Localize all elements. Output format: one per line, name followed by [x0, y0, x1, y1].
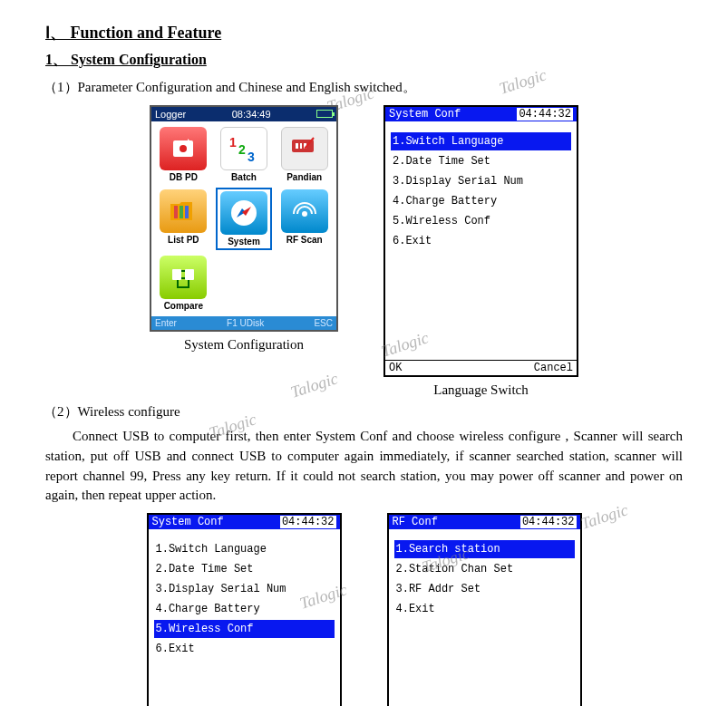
rfconf-menu: 1.Search station 2.Station Chan Set 3.RF… [389, 529, 580, 706]
section-body-2: Connect USB to computer first, then ente… [45, 427, 683, 506]
system-icon [220, 191, 267, 235]
svg-text:1: 1 [229, 135, 237, 150]
home-item-pandian[interactable]: Pandian [276, 125, 333, 184]
svg-point-11 [302, 211, 307, 217]
menu-item-exit[interactable]: 6.Exit [391, 232, 571, 250]
menu-item-serial-num[interactable]: 3.Display Serial Num [391, 172, 571, 190]
home-foot-esc[interactable]: ESC [314, 318, 333, 328]
home-item-label: Pandian [286, 172, 322, 182]
home-foot-f1[interactable]: F1 UDisk [227, 318, 264, 328]
rfscan-icon [281, 189, 328, 233]
ok-button[interactable]: OK [389, 362, 402, 374]
home-item-rfscan[interactable]: RF Scan [276, 188, 333, 250]
menu-item-charge-battery[interactable]: 4.Charge Battery [391, 192, 571, 210]
home-time: 08:34:49 [232, 109, 271, 120]
pandian-icon [281, 127, 328, 170]
home-item-label: Compare [164, 301, 203, 311]
sysconf-caption: Language Switch [383, 382, 578, 398]
sysconf-screen: System Conf 04:44:32 1.Switch Language 2… [383, 105, 578, 377]
menu-item-charge-battery[interactable]: 4.Charge Battery [154, 600, 335, 618]
sysconf2-title: System Conf [152, 516, 224, 528]
rfconf-title-bar: RF Conf 04:44:32 [389, 515, 580, 529]
menu-item-wireless-conf[interactable]: 5.Wireless Conf [391, 212, 571, 230]
section-heading: 1、 System Configuration [45, 51, 683, 70]
home-item-listpd[interactable]: List PD [155, 188, 212, 250]
menu-item-exit[interactable]: 6.Exit [154, 640, 335, 658]
dbpd-icon [160, 127, 207, 170]
sysconf-figure: System Conf 04:44:32 1.Switch Language 2… [383, 105, 578, 398]
home-item-system[interactable]: System [216, 188, 273, 250]
home-foot-enter[interactable]: Enter [155, 318, 177, 328]
rfconf-screen: RF Conf 04:44:32 1.Search station 2.Stat… [387, 513, 582, 706]
rfconf-title: RF Conf [393, 516, 438, 528]
home-item-compare[interactable]: Compare [155, 254, 212, 313]
menu-item-switch-language[interactable]: 1.Switch Language [154, 540, 335, 558]
listpd-icon [160, 189, 207, 233]
sysconf-menu: 1.Switch Language 2.Date Time Set 3.Disp… [385, 121, 577, 360]
home-item-label: Batch [231, 172, 257, 182]
battery-icon [316, 110, 333, 118]
sysconf2-menu: 1.Switch Language 2.Date Time Set 3.Disp… [149, 529, 340, 706]
home-item-label: RF Scan [286, 235, 323, 245]
menu-item-date-time[interactable]: 2.Date Time Set [391, 152, 571, 170]
menu-item-exit[interactable]: 4.Exit [394, 600, 575, 618]
home-screen-figure: Logger 08:34:49 DB PD 123 Batch [150, 105, 338, 353]
sysconf-title-bar: System Conf 04:44:32 [385, 107, 577, 121]
menu-item-date-time[interactable]: 2.Date Time Set [154, 560, 335, 578]
home-item-label: System [228, 237, 260, 247]
figure-row-2: System Conf 04:44:32 1.Switch Language 2… [36, 513, 692, 706]
rfconf-time: 04:44:32 [520, 516, 577, 528]
menu-item-serial-num[interactable]: 3.Display Serial Num [154, 580, 335, 598]
menu-item-switch-language[interactable]: 1.Switch Language [391, 132, 571, 150]
cancel-button[interactable]: Cancel [534, 362, 573, 374]
home-screen: Logger 08:34:49 DB PD 123 Batch [150, 105, 338, 332]
section-item-2: （2）Wireless configure [44, 401, 684, 422]
menu-item-search-station[interactable]: 1.Search station [394, 540, 575, 558]
menu-item-station-chan-set[interactable]: 2.Station Chan Set [394, 560, 575, 578]
sysconf2-screen: System Conf 04:44:32 1.Switch Language 2… [147, 513, 342, 706]
section-item-1: （1）Parameter Configuration and Chinese a… [44, 77, 684, 98]
page-title: Ⅰ、 Function and Feature [45, 22, 683, 44]
svg-point-1 [180, 145, 187, 152]
sysconf2-time: 04:44:32 [280, 516, 336, 528]
figure-row-1: Logger 08:34:49 DB PD 123 Batch [36, 105, 692, 398]
sysconf2-title-bar: System Conf 04:44:32 [149, 515, 340, 529]
home-item-label: DB PD [170, 172, 198, 182]
svg-rect-12 [172, 269, 181, 280]
home-footer: Enter F1 UDisk ESC [151, 316, 336, 330]
svg-rect-6 [296, 143, 298, 149]
home-item-label: List PD [168, 235, 199, 245]
svg-text:3: 3 [248, 150, 255, 164]
menu-item-rf-addr-set[interactable]: 3.RF Addr Set [394, 580, 575, 598]
home-logger-label: Logger [155, 109, 186, 120]
sysconf-footer: OK Cancel [385, 360, 577, 375]
compare-icon [160, 256, 207, 299]
svg-rect-7 [300, 143, 302, 149]
home-grid: DB PD 123 Batch Pandian [151, 121, 336, 316]
home-status-bar: Logger 08:34:49 [151, 107, 336, 121]
home-item-dbpd[interactable]: DB PD [155, 125, 212, 184]
sysconf-title: System Conf [389, 108, 461, 121]
menu-item-wireless-conf[interactable]: 5.Wireless Conf [154, 620, 335, 638]
batch-icon: 123 [220, 127, 267, 170]
home-item-batch[interactable]: 123 Batch [216, 125, 273, 184]
svg-text:2: 2 [238, 142, 246, 157]
home-caption: System Configuration [150, 337, 338, 353]
svg-rect-13 [185, 269, 194, 280]
sysconf-time: 04:44:32 [517, 108, 573, 121]
